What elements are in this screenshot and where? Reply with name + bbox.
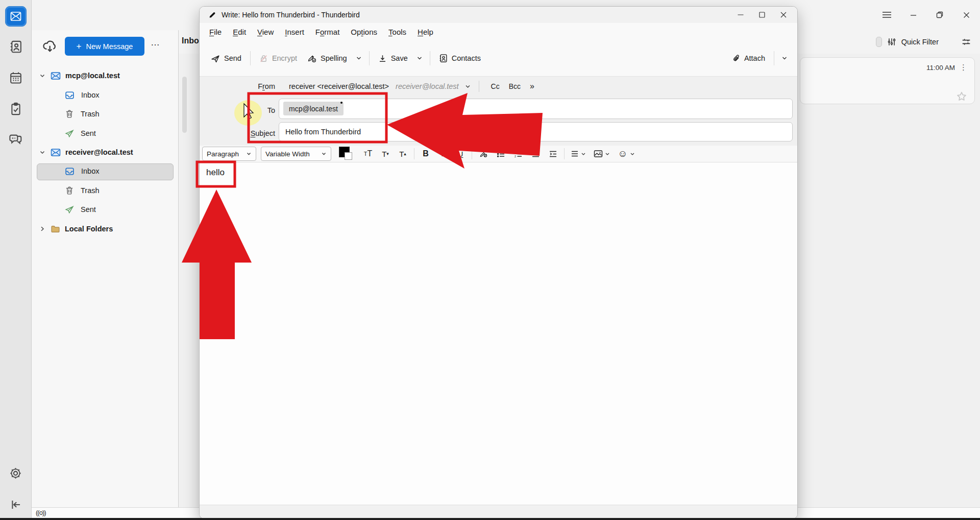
folder-label: Sent <box>81 129 96 137</box>
star-icon[interactable] <box>956 91 967 102</box>
space-calendar-button[interactable] <box>0 71 31 85</box>
alignment-button[interactable] <box>568 147 589 160</box>
cc-button[interactable]: Cc <box>486 80 504 93</box>
header-scroll-pill <box>876 37 882 47</box>
indent-button[interactable] <box>545 147 560 160</box>
save-button[interactable]: Save <box>373 50 413 67</box>
font-size-button[interactable]: TT <box>360 147 376 160</box>
compose-title-bar[interactable]: Write: Hello from Thunderbird - Thunderb… <box>200 7 797 23</box>
folder-row-sent[interactable]: Sent <box>31 126 212 141</box>
folder-row-trash[interactable]: Trash <box>31 106 212 122</box>
attach-dropdown-button[interactable] <box>778 51 791 65</box>
save-dropdown-button[interactable] <box>413 51 426 65</box>
encrypt-button[interactable]: Encrypt <box>254 50 302 67</box>
remove-formatting-button[interactable] <box>476 147 491 160</box>
paragraph-select[interactable]: Paragraph <box>202 147 256 161</box>
sent-plane-icon <box>65 205 74 214</box>
new-message-button[interactable]: + New Message <box>65 37 144 56</box>
gear-icon <box>9 466 22 480</box>
menu-view[interactable]: View <box>252 26 279 38</box>
svg-text:1: 1 <box>514 150 516 153</box>
spelling-dropdown-button[interactable] <box>352 51 365 65</box>
menu-help[interactable]: Help <box>412 26 439 38</box>
to-label: To <box>200 106 275 114</box>
bullet-list-button[interactable] <box>493 147 508 160</box>
app-menu-button[interactable] <box>880 9 893 21</box>
trash-icon <box>65 109 74 119</box>
folder-row-trash[interactable]: Trash <box>31 183 212 198</box>
account-row-receiver[interactable]: receiver@local.test <box>31 145 186 160</box>
folder-row-sent[interactable]: Sent <box>31 202 212 217</box>
contacts-button[interactable]: Contacts <box>434 50 486 67</box>
message-list-scrollbar[interactable] <box>182 77 187 133</box>
menu-insert[interactable]: Insert <box>279 26 310 38</box>
text-caret <box>340 102 342 104</box>
menu-tools[interactable]: Tools <box>383 26 412 38</box>
subject-field[interactable]: Hello from Thunderbird <box>279 122 793 141</box>
compose-status-bar <box>200 505 797 518</box>
restore-icon <box>936 11 943 18</box>
address-book-icon <box>9 40 22 54</box>
outdent-button[interactable] <box>528 147 543 160</box>
hamburger-icon <box>882 11 892 18</box>
window-minimize-button[interactable] <box>906 9 920 21</box>
window-restore-button[interactable] <box>933 9 946 21</box>
space-mail-button[interactable] <box>0 6 31 27</box>
folder-pane: + New Message … mcp@local.test Inbox Tra… <box>31 30 179 507</box>
insert-image-button[interactable] <box>591 147 613 160</box>
quick-filter-label[interactable]: Quick Filter <box>901 38 939 46</box>
bcc-button[interactable]: Bcc <box>504 80 525 93</box>
account-row-mcp[interactable]: mcp@local.test <box>31 68 186 83</box>
bold-button[interactable]: B <box>418 147 433 160</box>
space-settings-button[interactable] <box>0 466 31 480</box>
space-chat-button[interactable] <box>0 133 31 147</box>
attach-button[interactable]: Attach <box>727 50 770 67</box>
insert-smiley-button[interactable]: ☺ <box>615 147 638 160</box>
get-messages-button[interactable] <box>42 39 57 54</box>
folder-row-inbox-selected[interactable]: Inbox <box>31 163 212 179</box>
more-recipients-button[interactable]: » <box>525 79 539 93</box>
from-identity[interactable]: receiver <receiver@local.test> <box>289 82 389 90</box>
italic-button[interactable]: I <box>435 147 451 160</box>
inbox-icon <box>65 91 75 100</box>
desktop: { "colors": { "annotation_red": "#e0181d… <box>0 0 980 520</box>
paperclip-icon <box>732 54 740 63</box>
menu-options[interactable]: Options <box>345 26 383 38</box>
menu-format[interactable]: Format <box>310 26 346 38</box>
message-list-display-options-button[interactable] <box>961 37 971 46</box>
text-color-picker[interactable] <box>339 147 355 161</box>
message-row-card[interactable]: 11:00 AM ⋮ <box>800 57 975 104</box>
menu-file[interactable]: File <box>204 26 227 38</box>
compose-maximize-button[interactable] <box>751 8 773 21</box>
compose-close-button[interactable] <box>773 8 794 21</box>
folder-pane-options-button[interactable]: … <box>151 37 160 48</box>
tasks-icon <box>9 102 22 116</box>
font-select[interactable]: Variable Width <box>261 147 331 161</box>
send-button[interactable]: Send <box>206 50 247 67</box>
compose-body-editor[interactable]: hello <box>200 162 797 505</box>
cloud-download-icon <box>42 39 57 54</box>
chat-icon <box>9 133 22 147</box>
underline-button[interactable]: U <box>453 147 468 160</box>
menu-edit[interactable]: Edit <box>227 26 252 38</box>
close-icon <box>963 12 970 18</box>
folder-row-inbox[interactable]: Inbox <box>31 87 212 103</box>
spelling-button[interactable]: Spelling <box>302 50 352 67</box>
to-field[interactable]: mcp@local.test <box>279 99 793 119</box>
space-addressbook-button[interactable] <box>0 40 31 54</box>
chevron-right-icon <box>39 225 46 232</box>
minimize-icon <box>910 12 917 18</box>
to-recipient-pill[interactable]: mcp@local.test <box>283 102 344 115</box>
increase-font-size-button[interactable]: T▴ <box>395 147 410 160</box>
chevron-down-icon <box>246 151 252 156</box>
from-dropdown-button[interactable] <box>464 83 472 90</box>
numbered-list-button[interactable]: 12 <box>510 147 526 160</box>
local-folders-row[interactable]: Local Folders <box>31 221 186 237</box>
message-menu-button[interactable]: ⋮ <box>960 63 967 72</box>
compose-minimize-button[interactable] <box>730 8 751 21</box>
decrease-font-size-button[interactable]: T▾ <box>378 147 393 160</box>
space-tasks-button[interactable] <box>0 102 31 116</box>
collapse-spaces-button[interactable] <box>0 499 31 510</box>
window-close-button[interactable] <box>960 9 973 21</box>
folder-label: Trash <box>81 186 100 195</box>
